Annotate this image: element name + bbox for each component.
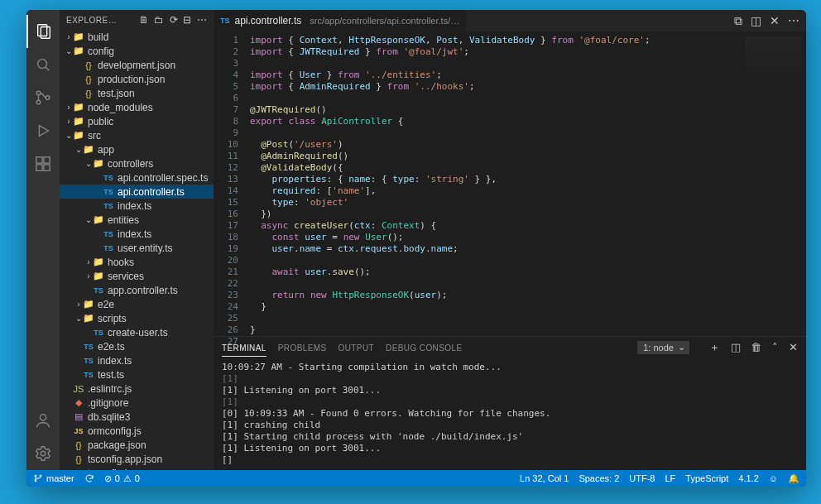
folder-icon: 📁 bbox=[73, 102, 84, 113]
feedback-icon[interactable]: ☺ bbox=[769, 473, 778, 483]
panel-tab-problems[interactable]: PROBLEMS bbox=[278, 343, 327, 353]
new-file-icon[interactable]: 🗎 bbox=[139, 14, 150, 26]
folder-icon: 📁 bbox=[93, 271, 104, 281]
tree-item[interactable]: ⌄📁app bbox=[60, 142, 214, 156]
folder-icon: 📁 bbox=[83, 313, 94, 324]
tree-item[interactable]: TSapi.controller.ts bbox=[60, 185, 214, 199]
terminal-selector[interactable]: 1: node bbox=[637, 341, 689, 354]
new-terminal-icon[interactable]: ＋ bbox=[709, 341, 720, 353]
svg-rect-9 bbox=[44, 157, 50, 163]
tree-item[interactable]: ›📁public bbox=[60, 114, 214, 128]
extensions-icon[interactable] bbox=[26, 147, 60, 180]
ts-icon: TS bbox=[103, 244, 114, 252]
explorer-icon[interactable] bbox=[26, 15, 60, 48]
compare-icon[interactable]: ⧉ bbox=[734, 14, 742, 28]
editor-tabbar: TS api.controller.ts src/app/controllers… bbox=[214, 10, 806, 31]
folder-icon: 📁 bbox=[93, 214, 104, 225]
sync-icon[interactable] bbox=[84, 473, 94, 483]
panel-tab-debug-console[interactable]: DEBUG CONSOLE bbox=[386, 343, 462, 353]
tree-item[interactable]: {}development.json bbox=[60, 58, 214, 72]
tree-item[interactable]: TSindex.ts bbox=[60, 199, 214, 213]
file-tree[interactable]: ›📁build⌄📁config{}development.json{}produ… bbox=[60, 30, 214, 470]
tree-item[interactable]: TSindex.ts bbox=[60, 227, 214, 241]
tree-item[interactable]: ⌄📁entities bbox=[60, 213, 214, 227]
search-icon[interactable] bbox=[26, 48, 60, 81]
run-debug-icon[interactable] bbox=[26, 114, 60, 147]
cursor-position[interactable]: Ln 32, Col 1 bbox=[520, 473, 569, 483]
new-folder-icon[interactable]: 🗀 bbox=[154, 14, 165, 26]
svg-rect-8 bbox=[36, 157, 42, 163]
tree-item-label: build bbox=[88, 31, 108, 43]
settings-gear-icon[interactable] bbox=[26, 437, 60, 470]
js-icon: JS bbox=[73, 427, 84, 435]
panel-tab-output[interactable]: OUTPUT bbox=[338, 343, 375, 353]
tree-item[interactable]: ⌄📁scripts bbox=[60, 311, 214, 325]
tree-item[interactable]: ▤db.sqlite3 bbox=[60, 410, 214, 424]
tree-item[interactable]: ◆.gitignore bbox=[60, 396, 214, 410]
tree-item-label: db.sqlite3 bbox=[88, 411, 130, 423]
tree-item[interactable]: TSapi.controller.spec.ts bbox=[60, 170, 214, 185]
close-panel-icon[interactable]: ✕ bbox=[789, 341, 798, 353]
tree-item-label: api.controller.spec.ts bbox=[118, 172, 208, 184]
code-area[interactable]: import { Context, HttpResponseOK, Post, … bbox=[245, 31, 740, 336]
tree-item-label: node_modules bbox=[88, 102, 153, 113]
tree-item[interactable]: TSe2e.ts bbox=[60, 339, 214, 353]
tree-item[interactable]: {}tsconfig.app.json bbox=[60, 452, 214, 466]
maximize-panel-icon[interactable]: ˄ bbox=[772, 341, 778, 353]
tree-item[interactable]: ›📁hooks bbox=[60, 255, 214, 269]
tree-item[interactable]: JS.eslintrc.js bbox=[60, 382, 214, 396]
tree-item-label: user.entity.ts bbox=[118, 242, 172, 254]
language-mode[interactable]: TypeScript bbox=[685, 473, 728, 483]
split-editor-icon[interactable]: ◫ bbox=[751, 14, 761, 27]
activity-bar bbox=[26, 10, 60, 470]
editor-body[interactable]: 1234567891011121314151617181920212223242… bbox=[214, 31, 806, 336]
source-control-icon[interactable] bbox=[26, 81, 60, 114]
problems-indicator[interactable]: ⊘0 ⚠0 bbox=[104, 473, 140, 484]
tree-item[interactable]: {}production.json bbox=[60, 72, 214, 86]
eol[interactable]: LF bbox=[665, 473, 675, 483]
svg-point-6 bbox=[46, 96, 50, 100]
terminal-output[interactable]: 10:09:27 AM - Starting compilation in wa… bbox=[214, 358, 806, 470]
tree-item[interactable]: ⌄📁src bbox=[60, 128, 214, 142]
minimap[interactable] bbox=[740, 31, 806, 336]
tree-item[interactable]: ›📁build bbox=[60, 30, 214, 44]
notifications-icon[interactable]: 🔔 bbox=[788, 473, 799, 484]
trash-terminal-icon[interactable]: 🗑 bbox=[751, 341, 761, 353]
split-terminal-icon[interactable]: ◫ bbox=[731, 341, 741, 353]
tree-item[interactable]: TStest.ts bbox=[60, 367, 214, 382]
indent-setting[interactable]: Spaces: 2 bbox=[579, 473, 619, 483]
breadcrumb[interactable]: src/app/controllers/api.controller.ts/… bbox=[310, 16, 459, 26]
tree-item-label: scripts bbox=[98, 313, 127, 324]
tree-item[interactable]: ›📁e2e bbox=[60, 297, 214, 311]
accounts-icon[interactable] bbox=[26, 404, 60, 437]
tree-item[interactable]: JSormconfig.js bbox=[60, 424, 214, 438]
vscode-window: EXPLORE… 🗎 🗀 ⟳ ⊟ ⋯ ›📁build⌄📁config{}deve… bbox=[26, 10, 806, 487]
refresh-icon[interactable]: ⟳ bbox=[170, 14, 179, 26]
git-branch[interactable]: master bbox=[33, 473, 74, 483]
tree-item[interactable]: ⌄📁config bbox=[60, 44, 214, 58]
editor-tab[interactable]: TS api.controller.ts src/app/controllers… bbox=[214, 10, 467, 31]
line-gutter: 1234567891011121314151617181920212223242… bbox=[214, 31, 245, 336]
svg-line-3 bbox=[46, 67, 49, 70]
tree-item-label: index.ts bbox=[98, 355, 132, 367]
tree-item-label: src bbox=[88, 130, 101, 142]
close-tab-icon[interactable]: ✕ bbox=[770, 14, 780, 27]
encoding[interactable]: UTF-8 bbox=[629, 473, 655, 483]
ts-version[interactable]: 4.1.2 bbox=[738, 473, 758, 483]
tree-item[interactable]: TSapp.controller.ts bbox=[60, 283, 214, 297]
tree-item[interactable]: TSuser.entity.ts bbox=[60, 241, 214, 255]
tab-more-icon[interactable]: ⋯ bbox=[788, 14, 799, 27]
tree-item-label: index.ts bbox=[118, 228, 151, 240]
tree-item[interactable]: TSindex.ts bbox=[60, 353, 214, 367]
tree-item[interactable]: ›📁node_modules bbox=[60, 100, 214, 114]
more-icon[interactable]: ⋯ bbox=[197, 14, 208, 26]
tree-item[interactable]: {}test.json bbox=[60, 86, 214, 100]
tree-item[interactable]: ⌄📁controllers bbox=[60, 156, 214, 170]
tree-item[interactable]: TScreate-user.ts bbox=[60, 325, 214, 339]
tree-item-label: api.controller.ts bbox=[118, 186, 185, 198]
tree-item[interactable]: ›📁services bbox=[60, 269, 214, 283]
tree-item[interactable]: {}package.json bbox=[60, 438, 214, 452]
svg-point-15 bbox=[35, 480, 36, 482]
collapse-icon[interactable]: ⊟ bbox=[183, 14, 192, 26]
tree-item-label: test.ts bbox=[98, 369, 124, 381]
